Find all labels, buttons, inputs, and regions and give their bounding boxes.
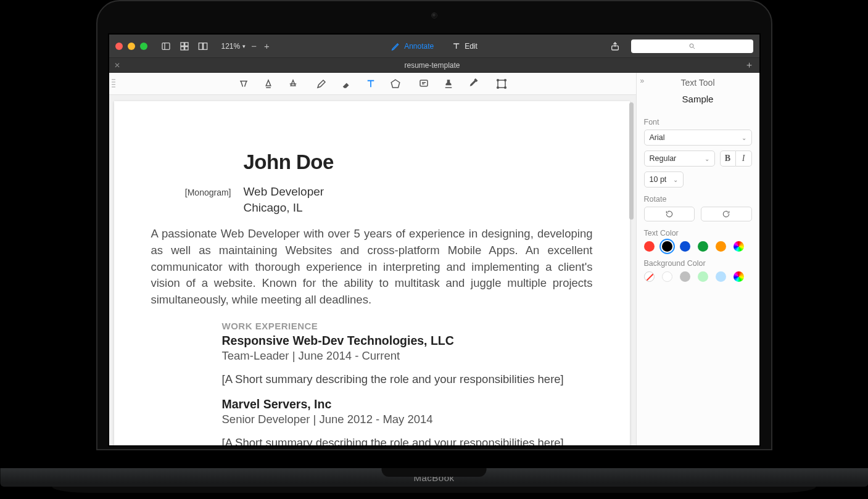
document-pane: John Doe [Monogram] Web Developer Chicag… (109, 73, 636, 445)
svg-marker-11 (391, 80, 400, 88)
bold-toggle[interactable]: B (720, 151, 736, 167)
text-color-black[interactable] (662, 241, 672, 252)
font-size-select[interactable]: 10 pt ⌄ (644, 171, 684, 188)
text-style-tool[interactable] (237, 77, 250, 91)
text-tool[interactable] (364, 77, 378, 91)
font-family-select[interactable]: Arial ⌄ (644, 130, 752, 146)
bg-color-swatches (644, 271, 752, 282)
camera-dot (431, 12, 437, 19)
annotate-mode-button[interactable]: Annotate (391, 41, 434, 51)
zoom-control: 121% ▾ − + (221, 41, 271, 51)
svg-rect-6 (199, 43, 202, 49)
svg-rect-12 (420, 80, 428, 86)
strikethrough-tool[interactable] (286, 77, 300, 91)
bg-color-label: Background Color (644, 259, 752, 268)
chevron-down-icon: ▾ (242, 43, 246, 49)
two-page-view-icon[interactable] (196, 39, 210, 53)
font-weight-select[interactable]: Regular ⌄ (644, 151, 715, 167)
bg-color-white[interactable] (662, 271, 672, 282)
bg-color-none[interactable] (644, 271, 655, 282)
zoom-window-button[interactable] (140, 43, 147, 50)
zoom-value: 121% (221, 42, 241, 51)
font-size-value: 10 pt (650, 175, 667, 184)
zoom-out-button[interactable]: − (249, 41, 258, 51)
svg-point-17 (504, 86, 506, 88)
text-color-swatches (644, 241, 752, 252)
collapse-inspector-button[interactable]: » (640, 76, 645, 85)
tab-close-button[interactable]: ✕ (112, 60, 123, 71)
tab-title[interactable]: resume-template (404, 61, 460, 70)
selection-tool[interactable] (495, 77, 508, 91)
text-color-red[interactable] (644, 241, 655, 252)
job-subtitle: Team-Leader | June 2014 - Current (222, 349, 593, 363)
inspector-panel: » Text Tool Sample Font Arial ⌄ Regular … (636, 73, 759, 445)
svg-point-14 (497, 79, 498, 81)
italic-toggle[interactable]: I (736, 151, 752, 167)
text-color-green[interactable] (698, 241, 708, 252)
pencil-tool[interactable] (315, 77, 328, 91)
svg-line-10 (693, 47, 695, 49)
font-section-label: Font (644, 118, 752, 126)
laptop-base: MacBook (0, 468, 868, 495)
close-window-button[interactable] (115, 43, 123, 50)
scrollbar-thumb[interactable] (629, 102, 634, 220)
section-heading: WORK EXPERIENCE (222, 321, 593, 331)
svg-rect-3 (184, 43, 188, 46)
share-button[interactable] (608, 39, 622, 53)
app-window: 121% ▾ − + Annotate Edit (108, 33, 761, 447)
text-color-blue[interactable] (680, 241, 690, 252)
annotate-toolbar (109, 73, 636, 95)
zoom-dropdown[interactable]: 121% ▾ (221, 42, 246, 51)
inspector-sample: Sample (644, 94, 752, 104)
underline-tool[interactable] (262, 77, 275, 91)
svg-rect-7 (203, 43, 207, 49)
main-area: John Doe [Monogram] Web Developer Chicag… (109, 73, 759, 445)
job-description: [A Short summary describing the role and… (222, 373, 593, 386)
text-color-picker[interactable] (734, 241, 744, 252)
toolbar-grip (112, 79, 115, 89)
job-company: Responsive Web-Dev Technologies, LLC (222, 334, 593, 348)
job-description: [A Short summary describing the role and… (222, 436, 593, 445)
view-layout-buttons (159, 39, 210, 53)
bg-color-lightblue[interactable] (716, 271, 726, 282)
document-viewport[interactable]: John Doe [Monogram] Web Developer Chicag… (109, 95, 636, 445)
zoom-in-button[interactable]: + (262, 41, 271, 51)
eraser-tool[interactable] (339, 77, 353, 91)
svg-rect-4 (181, 46, 184, 49)
rotate-section-label: Rotate (644, 195, 752, 204)
job-entry: Marvel Servers, Inc Senior Developer | J… (222, 397, 593, 445)
bg-color-lightgreen[interactable] (698, 271, 708, 282)
bg-color-picker[interactable] (734, 271, 744, 282)
chevron-down-icon: ⌄ (705, 155, 709, 162)
svg-point-16 (497, 86, 498, 88)
edit-mode-button[interactable]: Edit (451, 41, 477, 51)
svg-point-9 (690, 44, 693, 47)
minimize-window-button[interactable] (128, 43, 135, 50)
inspector-title: Text Tool (644, 78, 752, 88)
search-input[interactable] (631, 39, 753, 53)
text-color-orange[interactable] (716, 241, 726, 252)
shape-tool[interactable] (389, 77, 402, 91)
text-color-label: Text Color (644, 229, 752, 237)
rotate-cw-button[interactable] (701, 207, 752, 221)
sidebar-toggle-icon[interactable] (159, 39, 173, 53)
note-tool[interactable] (417, 77, 431, 91)
resume-location: Chicago, IL (244, 201, 593, 215)
svg-rect-13 (498, 80, 505, 88)
tab-strip: ✕ resume-template ＋ (109, 58, 759, 73)
resume-name: John Doe (244, 151, 593, 174)
job-entry: Responsive Web-Dev Technologies, LLC Tea… (222, 334, 593, 386)
svg-point-15 (504, 79, 506, 81)
search-icon (688, 43, 696, 50)
eyedropper-tool[interactable] (466, 77, 480, 91)
new-tab-button[interactable]: ＋ (742, 58, 756, 73)
stamp-tool[interactable] (442, 77, 455, 91)
traffic-lights (115, 43, 147, 50)
edit-label: Edit (465, 42, 477, 51)
rotate-ccw-button[interactable] (644, 207, 695, 221)
window-toolbar: 121% ▾ − + Annotate Edit (109, 35, 759, 58)
bg-color-grey[interactable] (680, 271, 690, 282)
thumbnails-view-icon[interactable] (177, 39, 192, 53)
chevron-down-icon: ⌄ (742, 134, 746, 141)
font-weight-value: Regular (650, 154, 677, 163)
